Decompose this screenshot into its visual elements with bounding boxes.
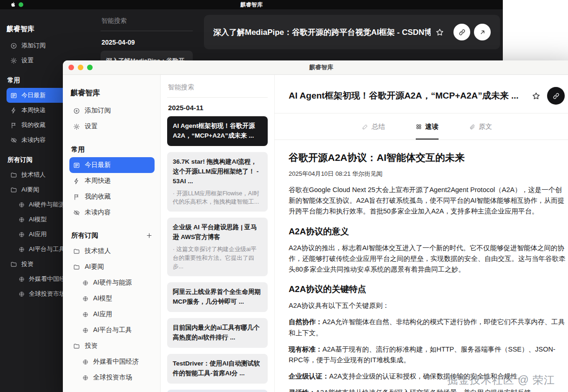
sidebar-feed-ai-platforms[interactable]: AI平台与工具 xyxy=(69,322,155,338)
sidebar-feed-ai-apps[interactable]: AI应用 xyxy=(69,306,155,322)
feature-item: 灵活性：A2A能够支持从快速任务到深入研究等各种场景，并向用户提供实时反馈。 xyxy=(289,387,568,392)
article-list-item[interactable]: 阿里云上线业界首个全生命周期 MCP服务，几分钟即可 ... xyxy=(167,282,268,312)
reader-tabs: 总结 速读 原文 xyxy=(275,113,568,140)
sidebar-item-label: 投资 xyxy=(21,260,34,268)
sidebar-item-label: 本周快递 xyxy=(21,106,46,114)
gear-icon xyxy=(10,57,17,64)
plus-circle-icon xyxy=(10,42,17,49)
globe-icon xyxy=(82,375,88,381)
article-title: 深入了解MediaPipe：谷歌开源的跨平台视觉AI框架 - CSDN博客 xyxy=(213,27,431,38)
article-list-item-selected[interactable]: AI Agent框架初现！谷歌开源A2A，“MCP+A2A”成未来 ... xyxy=(167,116,268,146)
sidebar-item-settings[interactable]: 设置 xyxy=(69,119,155,134)
article-list-item[interactable]: TestDriver：使用AI自动测试软件的智能工具-首席AI分 ... xyxy=(167,354,268,384)
sidebar-item-label: 未读内容 xyxy=(85,208,111,217)
sidebar-item-add-subscription[interactable]: 添加订阅 xyxy=(69,103,155,119)
window-title: 麒睿智库 xyxy=(309,63,333,72)
globe-icon xyxy=(19,202,25,208)
reader-pane: AI Agent框架初现！谷歌开源A2A，“MCP+A2A”成未来 ... 总结 xyxy=(275,75,568,392)
bolt-icon xyxy=(73,178,80,185)
article-card-title: 企业级 AI 平台建设思路 | 亚马逊 AWS官方博客 xyxy=(173,223,262,242)
sidebar-feed-foreign-media-china[interactable]: 外媒看中国经济 xyxy=(69,354,155,370)
sidebar-item-label: 未读内容 xyxy=(21,136,46,144)
sidebar-item-label: AI平台与工具 xyxy=(29,245,65,253)
newspaper-icon xyxy=(10,92,17,99)
sidebar-app-name: 麒睿智库 xyxy=(69,83,155,103)
article-title: AI Agent框架初现！谷歌开源A2A，“MCP+A2A”成未来 ... xyxy=(289,90,526,102)
globe-icon xyxy=(19,217,25,223)
folder-icon xyxy=(10,261,17,268)
article-list: 智能搜索 2025-04-11 AI Agent框架初现！谷歌开源A2A，“MC… xyxy=(161,75,275,392)
sidebar-item-label: AI模型 xyxy=(29,215,47,224)
flag-icon xyxy=(73,193,80,200)
add-folder-plus-icon[interactable] xyxy=(146,232,153,239)
star-icon xyxy=(532,92,541,100)
feature-text: A2A能够支持从快速任务到深入研究等各种场景，并向用户提供实时反馈。 xyxy=(316,389,538,392)
globe-icon xyxy=(82,359,88,365)
eye-off-icon xyxy=(73,209,80,216)
sidebar: 麒睿智库 添加订阅 设置 常用 今日最新 本周快递 xyxy=(63,75,161,392)
sidebar-item-favorites[interactable]: 我的收藏 xyxy=(69,189,155,205)
close-button[interactable] xyxy=(68,65,74,70)
article-card-title: AI Agent框架初现！谷歌开源A2A，“MCP+A2A”成未来 ... xyxy=(173,121,262,141)
sidebar-item-label: 投资 xyxy=(85,342,98,350)
link-button[interactable] xyxy=(547,87,565,105)
star-button[interactable] xyxy=(435,28,444,37)
article-list-item[interactable]: 推出 Amazon Nova Sonic：为生成式 AI应用程序带来... xyxy=(167,390,268,392)
star-button[interactable] xyxy=(532,92,541,100)
window-titlebar: 麒睿智库 xyxy=(63,60,568,75)
tab-summary[interactable]: 总结 xyxy=(362,113,385,140)
sidebar-item-label: 全球投资市场 xyxy=(29,290,65,298)
sidebar-item-unread[interactable]: 未读内容 xyxy=(69,205,155,220)
link-button[interactable] xyxy=(453,24,470,40)
feature-text: A2A基于现有的、流行的标准构建，如HTTP、服务器端事件（SSE）、JSON-… xyxy=(289,345,555,364)
globe-icon xyxy=(82,296,88,302)
article-header: AI Agent框架初现！谷歌开源A2A，“MCP+A2A”成未来 ... xyxy=(275,75,568,113)
feature-item: 现有标准：A2A基于现有的、流行的标准构建，如HTTP、服务器端事件（SSE）、… xyxy=(289,344,568,365)
article-list-item[interactable]: 企业级 AI 平台建设思路 | 亚马逊 AWS官方博客 · 这篇文章探讨了构建企… xyxy=(167,218,268,276)
sidebar-item-add-subscription[interactable]: 添加订阅 xyxy=(7,38,88,53)
sidebar-folder-ai-news[interactable]: AI要闻 xyxy=(69,259,155,275)
sidebar-item-label: AI硬件与能源 xyxy=(29,200,65,209)
article-card-subtitle: · 这篇文章探讨了构建企业级ai平台的重要性和方法。它提出了四步... xyxy=(173,245,262,271)
sidebar-item-today-latest[interactable]: 今日最新 xyxy=(69,157,155,173)
sidebar-item-label: 添加订阅 xyxy=(85,106,111,115)
article-list-item[interactable]: 36.7K star! 拖拽构建AI流程，这个开源LLM应用框架绝了！ - 53… xyxy=(167,152,268,212)
sidebar-item-label: AI模型 xyxy=(93,294,112,303)
open-external-button[interactable] xyxy=(474,24,491,40)
search-input[interactable]: 智能搜索 xyxy=(167,75,268,97)
plus-circle-icon xyxy=(73,107,80,114)
section-label: 所有订阅 xyxy=(71,231,98,240)
link-icon xyxy=(553,93,560,100)
globe-icon xyxy=(19,232,25,238)
minimize-button[interactable] xyxy=(78,65,83,70)
star-icon xyxy=(435,28,444,37)
sidebar-item-label: AI平台与工具 xyxy=(93,326,132,334)
globe-icon xyxy=(82,327,88,333)
sidebar-item-label: 技术猎人 xyxy=(85,247,111,255)
sidebar-item-label: 我的收藏 xyxy=(85,193,111,201)
globe-icon xyxy=(82,312,88,318)
sidebar-item-label: 今日最新 xyxy=(85,161,111,169)
sidebar-feed-ai-hardware[interactable]: AI硬件与能源 xyxy=(69,275,155,291)
sidebar-feed-global-markets[interactable]: 全球投资市场 xyxy=(69,370,155,385)
article-list-item[interactable]: 目前国内最火的ai工具有哪几个 高热度的ai软件排行 ... xyxy=(167,318,268,348)
newspaper-icon xyxy=(73,162,80,169)
apple-logo-icon xyxy=(10,1,16,7)
sidebar-folder-tech-hunter[interactable]: 技术猎人 xyxy=(69,243,155,259)
article-card-title: TestDriver：使用AI自动测试软件的智能工具-首席AI分 ... xyxy=(173,359,262,379)
sidebar-item-label: 设置 xyxy=(21,56,34,65)
zoom-button[interactable] xyxy=(87,65,93,70)
article-header: 深入了解MediaPipe：谷歌开源的跨平台视觉AI框架 - CSDN博客 xyxy=(204,15,500,49)
sidebar-feed-ai-models[interactable]: AI模型 xyxy=(69,291,155,306)
tab-speed-read[interactable]: 速读 xyxy=(416,113,439,140)
sidebar-item-weekly-express[interactable]: 本周快递 xyxy=(69,173,155,189)
link-icon xyxy=(459,29,466,36)
search-input[interactable]: 智能搜索 xyxy=(101,9,193,31)
tab-original[interactable]: 原文 xyxy=(469,113,492,140)
sidebar-folder-investment[interactable]: 投资 xyxy=(69,338,155,354)
external-link-icon xyxy=(479,29,486,36)
globe-icon xyxy=(19,246,25,252)
sidebar-item-label: 添加订阅 xyxy=(21,41,46,50)
feature-item: 企业级认证：A2A支持企业级的认证和授权，确保数据传输的安全性和合规性。 xyxy=(289,371,568,382)
folder-icon xyxy=(73,248,80,255)
